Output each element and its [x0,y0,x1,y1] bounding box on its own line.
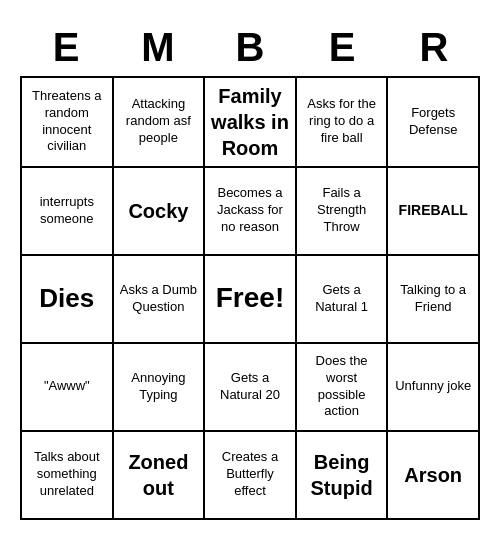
title-letter-r: R [390,25,478,70]
cell-r1-c1[interactable]: Cocky [114,168,206,256]
title-letter-e2: E [298,25,386,70]
cell-r1-c2[interactable]: Becomes a Jackass for no reason [205,168,297,256]
cell-r2-c2[interactable]: Free! [205,256,297,344]
cell-r4-c1[interactable]: Zoned out [114,432,206,520]
cell-r1-c4[interactable]: FIREBALL [388,168,480,256]
cell-r2-c0[interactable]: Dies [22,256,114,344]
cell-r0-c4[interactable]: Forgets Defense [388,78,480,168]
cell-r3-c2[interactable]: Gets a Natural 20 [205,344,297,432]
cell-r2-c4[interactable]: Talking to a Friend [388,256,480,344]
bingo-title: E M B E R [20,25,480,70]
cell-r0-c1[interactable]: Attacking random asf people [114,78,206,168]
cell-r2-c1[interactable]: Asks a Dumb Question [114,256,206,344]
cell-r0-c0[interactable]: Threatens a random innocent civilian [22,78,114,168]
title-letter-b: B [206,25,294,70]
title-letter-e1: E [22,25,110,70]
cell-r4-c4[interactable]: Arson [388,432,480,520]
cell-r3-c3[interactable]: Does the worst possible action [297,344,389,432]
cell-r4-c0[interactable]: Talks about something unrelated [22,432,114,520]
bingo-grid: Threatens a random innocent civilianAtta… [20,76,480,520]
cell-r0-c2[interactable]: Family walks in Room [205,78,297,168]
cell-r1-c3[interactable]: Fails a Strength Throw [297,168,389,256]
cell-r3-c1[interactable]: Annoying Typing [114,344,206,432]
title-letter-m: M [114,25,202,70]
cell-r1-c0[interactable]: interrupts someone [22,168,114,256]
bingo-card: E M B E R Threatens a random innocent ci… [10,15,490,530]
cell-r4-c3[interactable]: Being Stupid [297,432,389,520]
cell-r3-c4[interactable]: Unfunny joke [388,344,480,432]
cell-r3-c0[interactable]: "Awww" [22,344,114,432]
cell-r4-c2[interactable]: Creates a Butterfly effect [205,432,297,520]
cell-r2-c3[interactable]: Gets a Natural 1 [297,256,389,344]
cell-r0-c3[interactable]: Asks for the ring to do a fire ball [297,78,389,168]
